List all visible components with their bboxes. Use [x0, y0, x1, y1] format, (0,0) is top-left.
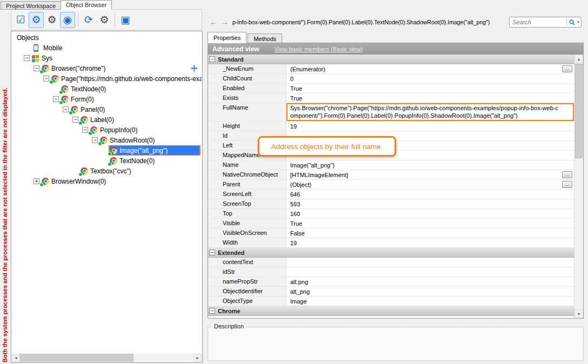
property-row[interactable]: Height19 [208, 122, 574, 131]
property-value[interactable]: True [286, 93, 574, 103]
highlight-object-icon[interactable] [191, 65, 198, 72]
property-value[interactable] [286, 267, 574, 277]
tree-item[interactable]: Textbox("cvc") [12, 166, 202, 176]
property-value[interactable] [286, 258, 574, 267]
collapse-icon[interactable]: − [72, 117, 78, 123]
tree-item-body[interactable]: Label(0) [80, 114, 116, 125]
tree-item-body[interactable]: BrowserWindow(0) [41, 176, 108, 186]
object-mapping-gears-icon[interactable]: ⚙ [29, 12, 44, 28]
scroll-right-icon[interactable]: ► [193, 354, 202, 362]
property-name[interactable]: ObjectIdentifier [208, 287, 286, 296]
property-value[interactable]: False [286, 228, 574, 238]
property-name[interactable]: _NewEnum [208, 64, 286, 73]
property-row[interactable]: ChildCount0 [208, 74, 574, 84]
property-value[interactable]: Image [286, 296, 574, 306]
scroll-up-icon[interactable]: ▲ [574, 55, 583, 63]
property-name[interactable]: idStr [208, 267, 286, 277]
property-row[interactable]: EnabledTrue [208, 84, 574, 93]
property-row[interactable]: VisibleTrue [208, 219, 574, 228]
property-row[interactable]: ExistsTrue [208, 93, 574, 103]
property-value[interactable]: 593 [286, 199, 574, 208]
advanced-gear-icon[interactable]: ⚙ [97, 12, 112, 28]
property-name[interactable]: VisibleOnScreen [208, 228, 286, 238]
tree-item-body[interactable]: TextNode(0) [109, 156, 157, 166]
property-row[interactable]: FullNameSys.Browser("chrome").Page("http… [208, 103, 574, 122]
tree-item[interactable]: −Label(0) [12, 114, 202, 125]
property-name[interactable]: contentText [208, 258, 286, 267]
tab-object-browser[interactable]: Object Browser [61, 0, 112, 10]
collapse-icon[interactable]: − [209, 56, 215, 62]
property-name[interactable]: Exists [208, 93, 286, 103]
tree-item-body[interactable]: Objects [14, 32, 41, 43]
search-input[interactable] [510, 19, 566, 25]
property-row[interactable]: idStr [208, 267, 574, 277]
section-header[interactable]: −Standard [208, 55, 574, 64]
tree-item[interactable]: −Sys [12, 53, 202, 63]
tree-item-body[interactable]: Mobile [31, 43, 64, 53]
tree-item[interactable]: −ShadowRoot(0) [12, 135, 202, 145]
settings-gear-icon[interactable]: ⚙ [44, 12, 59, 28]
property-value[interactable]: 646 [286, 190, 574, 199]
property-value[interactable]: alt.png [286, 277, 574, 286]
property-value[interactable]: Image("alt_png") [286, 160, 574, 170]
property-row[interactable]: ScreenLeft646 [208, 190, 574, 199]
dock-window-icon[interactable]: ▣ [118, 12, 133, 28]
property-name[interactable]: Top [208, 209, 286, 218]
collapse-icon[interactable]: − [34, 65, 39, 71]
property-value[interactable]: (Enumerator)... [286, 64, 574, 73]
tree-item-body[interactable]: Browser("chrome") [41, 63, 108, 73]
back-arrow-icon[interactable]: ← [210, 18, 217, 26]
property-value[interactable]: Sys.Browser("chrome").Page("https://mdn.… [286, 103, 574, 121]
property-value[interactable]: 160 [286, 209, 574, 218]
ellipsis-button[interactable]: ... [562, 171, 572, 178]
collapse-icon[interactable]: − [53, 96, 59, 102]
property-row[interactable]: NativeChromeObject[HTMLImageElement]... [208, 170, 574, 180]
tab-methods[interactable]: Methods [248, 33, 282, 43]
property-name[interactable]: Visible [208, 219, 286, 228]
scroll-left-icon[interactable]: ◄ [12, 354, 20, 362]
collapse-icon[interactable]: − [209, 250, 215, 255]
property-value[interactable]: 19 [286, 238, 574, 247]
property-row[interactable]: Width19 [208, 238, 574, 248]
property-row[interactable]: ObjectIdentifieralt_png [208, 287, 574, 296]
tree-item[interactable]: Objects [12, 32, 202, 43]
tree-item-body[interactable]: Textbox("cvc") [80, 166, 133, 176]
vertical-scrollbar-thumb[interactable] [575, 64, 583, 158]
collapse-icon[interactable]: − [209, 308, 215, 314]
property-name[interactable]: NativeChromeObject [208, 170, 286, 179]
tree-item-body[interactable]: Image("alt_png") [109, 145, 200, 156]
tree-horizontal-scrollbar[interactable]: ◄ ► [12, 354, 202, 362]
tab-project-workspace[interactable]: Project Workspace [1, 1, 61, 10]
ellipsis-button[interactable]: ... [562, 65, 572, 72]
property-name[interactable]: ScreenLeft [208, 190, 286, 199]
property-row[interactable]: namePropStralt.png [208, 277, 574, 287]
horizontal-scrollbar-thumb[interactable] [20, 354, 133, 362]
ellipsis-button[interactable]: ... [562, 181, 572, 188]
tree-item-body[interactable]: TextNode(0) [61, 84, 108, 94]
property-value[interactable]: True [286, 219, 574, 228]
property-value[interactable]: (Object)... [286, 180, 574, 189]
collapse-icon[interactable]: − [63, 106, 69, 112]
section-header[interactable]: −Chrome [208, 306, 574, 316]
tree-item-body[interactable]: ShadowRoot(0) [99, 135, 157, 145]
property-row[interactable]: contentText [208, 258, 574, 267]
property-row[interactable]: Top160 [208, 209, 574, 219]
collapse-icon[interactable]: − [43, 76, 49, 82]
property-name[interactable]: Height [208, 122, 286, 131]
property-name[interactable]: ScreenTop [208, 199, 286, 208]
verify-objects-icon[interactable]: ☑ [13, 12, 28, 28]
property-row[interactable]: VisibleOnScreenFalse [208, 228, 574, 238]
property-name[interactable]: ChildCount [208, 74, 286, 83]
collapse-icon[interactable]: − [92, 137, 98, 143]
tree-item[interactable]: −PopupInfo(0) [12, 125, 202, 135]
tree-item-body[interactable]: Sys [31, 53, 55, 63]
tree-item-body[interactable]: Panel(0) [70, 104, 107, 114]
tree-item[interactable]: Image("alt_png") [12, 145, 202, 156]
property-row[interactable]: _NewEnum(Enumerator)... [208, 64, 574, 74]
property-name[interactable]: ObjectType [208, 296, 286, 306]
scroll-down-icon[interactable]: ▼ [574, 309, 583, 318]
tree-item[interactable]: +BrowserWindow(0) [12, 176, 202, 186]
property-name[interactable]: Parent [208, 180, 286, 189]
property-name[interactable]: FullName [208, 103, 286, 121]
property-name[interactable]: Enabled [208, 84, 286, 93]
